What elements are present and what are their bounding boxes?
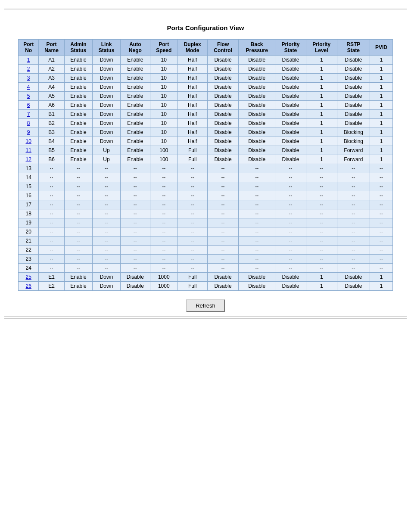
cell-no[interactable]: 5: [19, 92, 39, 101]
col-back-pressure: BackPressure: [239, 40, 275, 56]
cell-link: Up: [93, 146, 121, 155]
cell-name: --: [39, 209, 64, 218]
cell-no: 16: [19, 191, 39, 200]
cell-rstp: Disable: [337, 92, 370, 101]
cell-speed: --: [150, 246, 177, 255]
cell-no[interactable]: 3: [19, 74, 39, 83]
cell-pstate: --: [275, 164, 306, 173]
cell-plevel: 1: [306, 137, 337, 146]
cell-pstate: --: [275, 182, 306, 191]
cell-back: --: [239, 209, 275, 218]
port-link[interactable]: 12: [26, 156, 31, 162]
cell-back: Disable: [239, 282, 275, 291]
cell-rstp: --: [337, 227, 370, 236]
cell-speed: --: [150, 191, 177, 200]
port-link[interactable]: 8: [27, 120, 30, 126]
cell-plevel: --: [306, 264, 337, 273]
cell-nego: Enable: [120, 65, 150, 74]
cell-duplex: Half: [177, 65, 207, 74]
cell-speed: 10: [150, 74, 177, 83]
port-link[interactable]: 6: [27, 102, 30, 108]
cell-name: B3: [39, 128, 64, 137]
cell-flow: Disable: [207, 146, 239, 155]
cell-nego: --: [120, 218, 150, 227]
cell-pvid: 1: [370, 110, 393, 119]
cell-pvid: 1: [370, 74, 393, 83]
cell-name: --: [39, 182, 64, 191]
port-link[interactable]: 9: [27, 129, 30, 135]
cell-link: Down: [93, 101, 121, 110]
port-link[interactable]: 3: [27, 75, 30, 81]
cell-flow: --: [207, 264, 239, 273]
port-link[interactable]: 4: [27, 84, 30, 90]
cell-name: A3: [39, 74, 64, 83]
table-row: 4A4EnableDownEnable10HalfDisableDisableD…: [19, 83, 393, 92]
port-link[interactable]: 7: [27, 111, 30, 117]
cell-speed: 100: [150, 146, 177, 155]
cell-speed: 100: [150, 155, 177, 164]
cell-link: Down: [93, 273, 121, 282]
col-pvid: PVID: [370, 40, 393, 56]
cell-flow: Disable: [207, 65, 239, 74]
cell-admin: --: [64, 246, 93, 255]
cell-duplex: Half: [177, 74, 207, 83]
cell-no[interactable]: 25: [19, 273, 39, 282]
cell-pstate: Disable: [275, 137, 306, 146]
cell-duplex: Half: [177, 137, 207, 146]
cell-duplex: Half: [177, 128, 207, 137]
port-link[interactable]: 1: [27, 57, 30, 63]
port-link[interactable]: 10: [26, 138, 31, 144]
cell-nego: Enable: [120, 92, 150, 101]
cell-nego: --: [120, 227, 150, 236]
cell-pvid: --: [370, 246, 393, 255]
cell-name: --: [39, 246, 64, 255]
cell-back: Disable: [239, 92, 275, 101]
cell-plevel: --: [306, 236, 337, 246]
cell-name: B1: [39, 110, 64, 119]
cell-no[interactable]: 2: [19, 65, 39, 74]
cell-no[interactable]: 8: [19, 119, 39, 128]
port-link[interactable]: 2: [27, 66, 30, 72]
port-link[interactable]: 25: [26, 274, 31, 280]
port-link[interactable]: 11: [26, 147, 31, 153]
cell-no[interactable]: 12: [19, 155, 39, 164]
cell-pvid: 1: [370, 65, 393, 74]
table-container: PortNo PortName AdminStatus LinkStatus A…: [18, 39, 393, 291]
cell-back: --: [239, 236, 275, 246]
cell-back: --: [239, 164, 275, 173]
port-link[interactable]: 5: [27, 93, 30, 99]
cell-no[interactable]: 1: [19, 56, 39, 65]
table-row: 20------------------------: [19, 227, 393, 236]
cell-back: Disable: [239, 119, 275, 128]
cell-plevel: --: [306, 200, 337, 209]
cell-pstate: Disable: [275, 119, 306, 128]
cell-no[interactable]: 10: [19, 137, 39, 146]
cell-flow: --: [207, 191, 239, 200]
cell-rstp: Forward: [337, 155, 370, 164]
cell-nego: --: [120, 236, 150, 246]
cell-no[interactable]: 9: [19, 128, 39, 137]
cell-no: 13: [19, 164, 39, 173]
cell-nego: --: [120, 164, 150, 173]
col-port-no: PortNo: [19, 40, 39, 56]
cell-pvid: 1: [370, 282, 393, 291]
cell-flow: --: [207, 236, 239, 246]
cell-duplex: Half: [177, 83, 207, 92]
cell-nego: Enable: [120, 101, 150, 110]
cell-plevel: --: [306, 209, 337, 218]
col-port-speed: PortSpeed: [150, 40, 177, 56]
cell-no[interactable]: 26: [19, 282, 39, 291]
cell-no[interactable]: 7: [19, 110, 39, 119]
cell-rstp: --: [337, 182, 370, 191]
cell-back: --: [239, 255, 275, 264]
cell-duplex: --: [177, 209, 207, 218]
cell-no[interactable]: 11: [19, 146, 39, 155]
cell-no[interactable]: 4: [19, 83, 39, 92]
port-link[interactable]: 26: [26, 283, 31, 289]
cell-no[interactable]: 6: [19, 101, 39, 110]
refresh-button[interactable]: Refresh: [186, 299, 225, 312]
table-row: 25E1EnableDownDisable1000FullDisableDisa…: [19, 273, 393, 282]
cell-admin: Enable: [64, 119, 93, 128]
col-link-status: LinkStatus: [93, 40, 121, 56]
cell-admin: Enable: [64, 282, 93, 291]
